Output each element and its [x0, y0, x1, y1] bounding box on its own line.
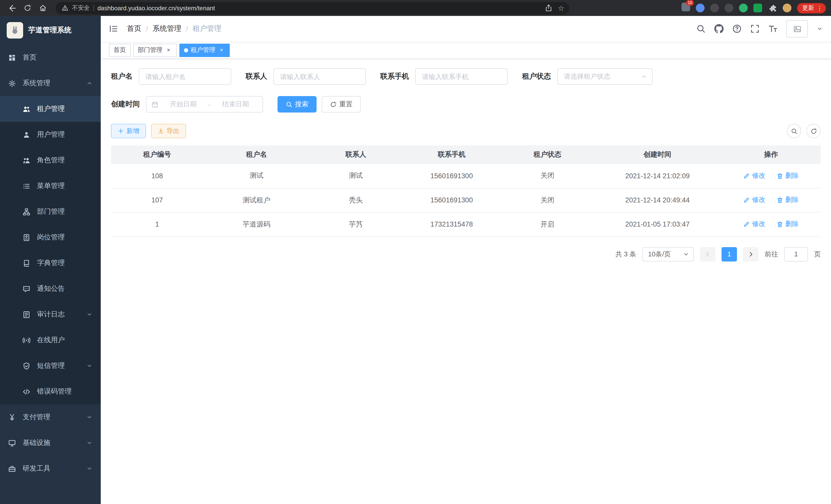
tab-home[interactable]: 首页 — [109, 43, 131, 57]
tab-dept[interactable]: 部门管理 × — [133, 43, 177, 57]
address-bar[interactable]: 不安全 dashboard.yudao.iocoder.cn/system/te… — [56, 2, 569, 14]
reset-button[interactable]: 重置 — [322, 96, 361, 113]
reload-button[interactable] — [21, 2, 34, 14]
refresh-icon — [810, 128, 817, 135]
sidebar-item-tool[interactable]: 研发工具 — [0, 456, 101, 481]
date-separator: - — [208, 100, 211, 108]
page-number-button[interactable]: 1 — [721, 247, 737, 261]
close-icon[interactable]: × — [165, 47, 172, 54]
phone-input[interactable] — [415, 68, 508, 85]
sidebar-item-menu[interactable]: 菜单管理 — [0, 173, 101, 199]
profile-avatar[interactable] — [783, 4, 792, 12]
toggle-search-button[interactable] — [787, 124, 801, 138]
chevron-down-icon — [683, 251, 689, 257]
sidebar-item-audit[interactable]: 审计日志 — [0, 302, 101, 327]
logo[interactable]: 芋道管理系统 — [0, 16, 101, 45]
breadcrumb-item[interactable]: 首页 — [127, 24, 141, 33]
home-button[interactable] — [36, 2, 49, 14]
next-page-button[interactable] — [743, 247, 758, 261]
caret-down-icon[interactable] — [816, 26, 823, 32]
tenant-name-input[interactable] — [139, 68, 231, 85]
sidebar-item-post[interactable]: 岗位管理 — [0, 225, 101, 250]
breadcrumb-item[interactable]: 系统管理 — [153, 24, 181, 33]
filter-row-1: 租户名 联系人 联系手机 租户状态 请选择租户状态 — [111, 68, 821, 85]
sidebar-item-sms[interactable]: 短信管理 — [0, 353, 101, 379]
column-header: 创建时间 — [594, 145, 721, 164]
refresh-table-button[interactable] — [806, 124, 821, 138]
update-button[interactable]: 更新 ⋮ — [797, 3, 826, 13]
sidebar-item-user[interactable]: 用户管理 — [0, 122, 101, 147]
goto-page-input[interactable] — [784, 247, 808, 261]
delete-button[interactable]: 删除 — [776, 196, 799, 205]
page-size-select[interactable]: 10条/页 — [642, 247, 694, 261]
add-button[interactable]: 新增 — [111, 124, 146, 138]
extension-icon[interactable] — [710, 4, 719, 12]
close-icon[interactable]: × — [218, 47, 225, 54]
extension-icon[interactable] — [696, 4, 705, 12]
date-end-placeholder: 结束日期 — [213, 100, 257, 109]
prev-page-button[interactable] — [700, 247, 715, 261]
status-select[interactable]: 请选择租户状态 — [557, 68, 653, 85]
extension-icon[interactable] — [725, 4, 733, 12]
select-placeholder: 请选择租户状态 — [564, 72, 610, 81]
sidebar-item-system[interactable]: 系统管理 — [0, 70, 101, 96]
export-button[interactable]: 导出 — [151, 124, 186, 138]
chevron-down-icon — [86, 466, 92, 472]
online-signal-icon — [23, 336, 30, 344]
search-icon[interactable] — [696, 24, 706, 33]
filter-field-phone: 联系手机 — [380, 68, 508, 85]
sidebar-item-label: 错误码管理 — [37, 387, 72, 396]
github-icon[interactable] — [714, 24, 724, 33]
date-range-picker[interactable]: 开始日期 - 结束日期 — [146, 96, 263, 113]
font-size-icon[interactable] — [768, 24, 778, 33]
edit-button[interactable]: 修改 — [743, 196, 766, 205]
goto-label: 前往 — [765, 249, 778, 259]
fullscreen-icon[interactable] — [750, 24, 760, 33]
extensions-puzzle-icon[interactable] — [768, 3, 777, 12]
sidebar-item-infra[interactable]: 基础设施 — [0, 430, 101, 456]
edit-label: 修改 — [752, 171, 766, 180]
search-button-label: 搜索 — [295, 100, 308, 109]
sidebar-item-pay[interactable]: 支付管理 — [0, 404, 101, 430]
filter-field-created: 创建时间 开始日期 - 结束日期 — [111, 96, 263, 113]
tenant-table: 租户编号 租户名 联系人 联系手机 租户状态 创建时间 操作 108 测试 — [111, 145, 821, 237]
sidebar-item-role[interactable]: 角色管理 — [0, 147, 101, 173]
share-icon[interactable] — [545, 4, 553, 12]
sidebar-item-notice[interactable]: 通知公告 — [0, 276, 101, 302]
sidebar-collapse-button[interactable] — [109, 24, 118, 33]
contact-input[interactable] — [274, 68, 366, 85]
search-button[interactable]: 搜索 — [278, 96, 317, 113]
edit-label: 修改 — [752, 196, 766, 205]
app: 芋道管理系统 首页 系统管理 租户管理 — [0, 16, 831, 504]
bookmark-star-icon[interactable]: ☆ — [558, 4, 564, 11]
sidebar-item-dept[interactable]: 部门管理 — [0, 199, 101, 225]
reset-button-label: 重置 — [339, 100, 352, 109]
sidebar-item-online[interactable]: 在线用户 — [0, 327, 101, 353]
download-icon — [158, 128, 164, 134]
sidebar-item-tenant[interactable]: 租户管理 — [0, 96, 101, 122]
sidebar-item-label: 支付管理 — [23, 413, 50, 422]
sidebar-item-home[interactable]: 首页 — [0, 45, 101, 70]
avatar[interactable] — [786, 20, 808, 37]
sidebar-item-dict[interactable]: 字典管理 — [0, 250, 101, 276]
extension-icon[interactable] — [753, 4, 762, 12]
edit-button[interactable]: 修改 — [743, 171, 766, 180]
main-area: 首页 / 系统管理 / 租户管理 — [101, 16, 831, 504]
delete-button[interactable]: 删除 — [776, 171, 799, 180]
extension-icon[interactable]: 10 — [682, 3, 690, 13]
table-row: 108 测试 测试 15601691300 关闭 2021-12-14 21:0… — [111, 164, 821, 188]
tab-tenant[interactable]: 租户管理 × — [179, 43, 230, 57]
kebab-menu-icon[interactable]: ⋮ — [816, 4, 823, 11]
sidebar-item-errcode[interactable]: 错误码管理 — [0, 379, 101, 404]
security-label: 不安全 — [72, 4, 90, 12]
delete-button[interactable]: 删除 — [776, 219, 799, 229]
breadcrumb-item-current: 租户管理 — [193, 24, 222, 33]
back-button[interactable] — [5, 2, 19, 14]
system-submenu: 租户管理 用户管理 角色管理 菜单管理 — [0, 96, 101, 404]
url-text: dashboard.yudao.iocoder.cn/system/tenant — [97, 4, 215, 11]
shield-icon — [23, 362, 30, 369]
chevron-up-icon — [86, 80, 92, 86]
edit-button[interactable]: 修改 — [743, 219, 766, 229]
extension-icon[interactable] — [739, 4, 748, 12]
help-icon[interactable] — [732, 24, 742, 33]
